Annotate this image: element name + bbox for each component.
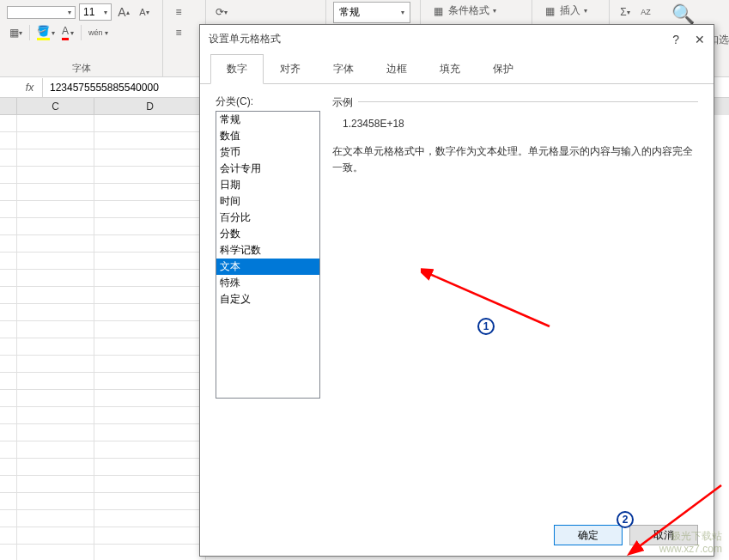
dialog-tabs: 数字对齐字体边框填充保护: [200, 53, 714, 84]
category-item[interactable]: 特殊: [216, 275, 319, 291]
chevron-down-icon: ▾: [68, 9, 71, 16]
font-name-combo[interactable]: ▾: [7, 6, 76, 19]
watermark: 极光下载站 www.xz7.com: [659, 530, 722, 555]
fx-label[interactable]: fx: [17, 78, 43, 97]
category-item[interactable]: 分数: [216, 226, 319, 242]
tab-1[interactable]: 对齐: [264, 54, 317, 84]
tab-2[interactable]: 字体: [317, 54, 370, 84]
annotation-1: 1: [477, 318, 495, 335]
decrease-font-button[interactable]: A▾: [136, 3, 153, 21]
category-item[interactable]: 科学记数: [216, 242, 319, 259]
border-button[interactable]: ▦▾: [7, 24, 24, 41]
category-list[interactable]: 常规数值货币会计专用日期时间百分比分数科学记数文本特殊自定义: [216, 111, 320, 399]
align-top-button[interactable]: ≡: [170, 3, 187, 21]
insert-icon: ▦: [543, 4, 556, 18]
align-left-button[interactable]: ≡: [170, 24, 187, 41]
category-item[interactable]: 会计专用: [216, 161, 319, 177]
format-cells-dialog: 设置单元格格式 ? ✕ 数字对齐字体边框填充保护 分类(C): 常规数值货币会计…: [199, 24, 714, 557]
conditional-format-button[interactable]: ▦条件格式▾: [428, 2, 525, 20]
col-header[interactable]: C: [17, 98, 94, 115]
category-item[interactable]: 数值: [216, 128, 319, 144]
orientation-button[interactable]: ⟳▾: [213, 3, 230, 21]
font-size-combo[interactable]: 11▾: [79, 3, 112, 21]
category-item[interactable]: 百分比: [216, 210, 319, 226]
tab-3[interactable]: 边框: [370, 54, 423, 84]
category-item[interactable]: 文本: [216, 259, 319, 275]
find-button[interactable]: 🔍: [671, 3, 695, 26]
category-item[interactable]: 货币: [216, 144, 319, 161]
number-format-combo[interactable]: 常规▾: [333, 2, 410, 23]
category-item[interactable]: 时间: [216, 193, 319, 210]
category-item[interactable]: 自定义: [216, 291, 319, 307]
sort-filter-button[interactable]: AZ: [637, 3, 654, 21]
font-section-label: 字体: [7, 62, 155, 76]
insert-button[interactable]: ▦插入▾: [539, 2, 602, 20]
font-color-button[interactable]: A▾: [60, 23, 76, 42]
category-item[interactable]: 日期: [216, 177, 319, 193]
category-item[interactable]: 常规: [216, 112, 319, 128]
tab-5[interactable]: 保护: [477, 54, 530, 84]
annotation-2: 2: [617, 511, 634, 528]
dialog-titlebar[interactable]: 设置单元格格式 ? ✕: [200, 25, 714, 53]
category-label: 分类(C):: [216, 94, 320, 109]
cond-format-icon: ▦: [431, 4, 445, 18]
ok-button[interactable]: 确定: [554, 525, 623, 545]
increase-font-button[interactable]: A▴: [115, 3, 132, 21]
tab-0[interactable]: 数字: [210, 54, 264, 84]
format-description: 在文本单元格格式中，数字作为文本处理。单元格显示的内容与输入的内容完全一致。: [332, 143, 698, 176]
col-header[interactable]: D: [94, 98, 206, 115]
chevron-down-icon: ▾: [104, 9, 107, 16]
fill-color-button[interactable]: 🪣▾: [35, 23, 57, 42]
autosum-button[interactable]: Σ▾: [617, 3, 634, 21]
sample-value: 1.23458E+18: [332, 113, 698, 143]
pinyin-button[interactable]: wén▾: [87, 27, 110, 39]
dialog-title: 设置单元格格式: [209, 32, 281, 46]
close-button[interactable]: ✕: [695, 33, 705, 46]
sample-label: 示例: [332, 95, 358, 110]
tab-4[interactable]: 填充: [423, 54, 477, 84]
help-button[interactable]: ?: [672, 33, 679, 46]
